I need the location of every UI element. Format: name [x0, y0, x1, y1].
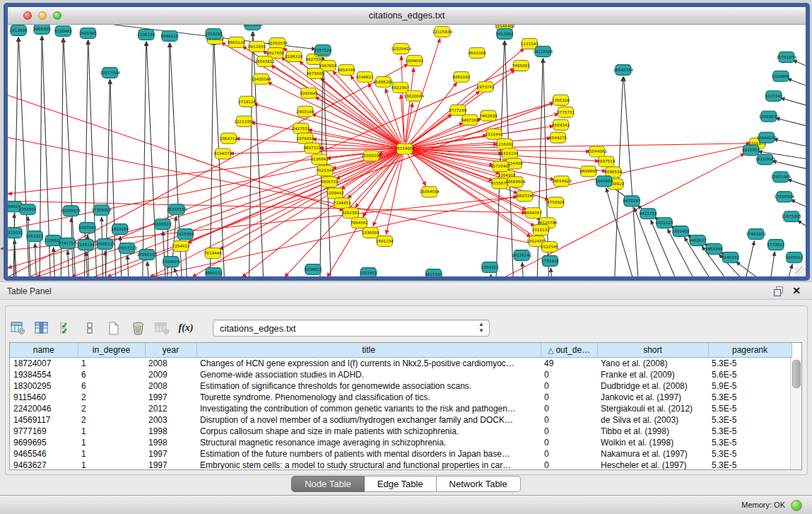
network-node[interactable]: 1840954: [595, 176, 613, 187]
network-window[interactable]: citations_edges.txt 18724007916382288601…: [4, 3, 810, 281]
citation-edge-black[interactable]: [551, 268, 551, 277]
table-cell[interactable]: 0: [541, 392, 597, 403]
network-node[interactable]: 1053287: [205, 28, 223, 39]
table-cell[interactable]: 0: [541, 403, 597, 414]
network-node[interactable]: 8549275: [549, 132, 567, 143]
network-node[interactable]: 6479197: [623, 196, 640, 206]
node-table[interactable]: namein_degreeyeartitle△out_de…shortpager…: [9, 342, 802, 470]
network-node[interactable]: 1785308: [552, 95, 570, 105]
network-node[interactable]: 1818950: [177, 229, 194, 240]
table-cell[interactable]: 2: [78, 403, 145, 414]
network-node[interactable]: 16210643: [755, 154, 775, 165]
citation-edge-black[interactable]: [174, 268, 178, 277]
citation-edge-black[interactable]: [490, 274, 491, 277]
table-row[interactable]: 1456911722003Disruption of a novel membe…: [10, 414, 792, 426]
table-cell[interactable]: 0: [541, 426, 597, 437]
network-node[interactable]: 8860128: [228, 37, 245, 47]
table-cell[interactable]: Franke et al. (2009): [597, 369, 708, 380]
column-header[interactable]: in_degree: [78, 343, 145, 358]
network-node[interactable]: 9421733: [640, 209, 657, 219]
table-cell[interactable]: 9465546: [10, 448, 78, 460]
network-node[interactable]: 17957223: [117, 243, 137, 254]
table-cell[interactable]: 1: [78, 448, 145, 460]
collapse-west-panel-arrow-icon[interactable]: ◂: [0, 245, 4, 252]
table-row[interactable]: 946554611997Estimation of the future num…: [10, 448, 792, 460]
network-node[interactable]: 1364321: [481, 262, 499, 273]
network-node[interactable]: 2316441: [486, 129, 503, 139]
network-node[interactable]: 12444159: [756, 132, 777, 143]
citation-edge-red[interactable]: [315, 97, 399, 146]
table-cell[interactable]: 2009: [145, 369, 196, 380]
table-cell[interactable]: 18724007: [10, 358, 78, 370]
table-cell[interactable]: 2: [78, 392, 145, 403]
table-cell[interactable]: 5.3E-5: [708, 414, 792, 426]
citation-edge-red[interactable]: [401, 56, 404, 143]
network-node[interactable]: 8997519: [597, 156, 615, 167]
network-node[interactable]: 9756928: [547, 197, 565, 208]
table-cell[interactable]: 5.3E-5: [708, 460, 792, 470]
table-scrollbar[interactable]: [790, 358, 801, 469]
citation-edge-black[interactable]: [780, 98, 806, 105]
network-node[interactable]: 1064712: [220, 133, 237, 144]
citation-edge-black[interactable]: [143, 42, 146, 277]
network-node[interactable]: 9497568: [461, 115, 478, 125]
table-cell[interactable]: Structural magnetic resonance image aver…: [196, 437, 541, 448]
table-row[interactable]: 1830029562008Estimation of significance …: [10, 380, 792, 392]
citation-edge-black[interactable]: [249, 32, 253, 277]
citation-edge-red[interactable]: [150, 145, 751, 277]
select-all-icon[interactable]: [57, 320, 74, 337]
network-node[interactable]: 1145194: [77, 240, 95, 250]
table-cell[interactable]: 2003: [145, 414, 196, 426]
network-node[interactable]: 9463627: [689, 235, 707, 246]
table-cell[interactable]: 5.3E-5: [708, 392, 792, 403]
network-node[interactable]: 9641308: [468, 47, 486, 58]
table-row[interactable]: 977716911998Corpus callosum shape and si…: [10, 426, 792, 437]
network-node[interactable]: 16053809: [242, 25, 263, 30]
network-node[interactable]: 10688609: [505, 177, 526, 187]
table-cell[interactable]: Hescheler et al. (1997): [597, 460, 708, 470]
table-cell[interactable]: 2008: [145, 358, 196, 370]
citation-edge-black[interactable]: [791, 200, 806, 207]
network-node[interactable]: 19384554: [419, 187, 440, 197]
network-node[interactable]: 1079854: [296, 133, 314, 144]
network-node[interactable]: 9884067: [524, 208, 542, 218]
network-node[interactable]: 9194373: [214, 148, 232, 159]
network-canvas[interactable]: 1872400791638228860128891295522260538982…: [8, 25, 806, 277]
citation-edge-red[interactable]: [411, 123, 464, 146]
network-node[interactable]: 7462639: [480, 110, 498, 121]
table-cell[interactable]: Genome-wide association studies in ADHD.: [196, 369, 541, 380]
citation-edge-black[interactable]: [253, 32, 264, 277]
citation-edge-black[interactable]: [167, 43, 170, 277]
table-row[interactable]: 969969511998Structural magnetic resonanc…: [10, 437, 792, 448]
delete-column-icon[interactable]: [129, 320, 146, 337]
table-cell[interactable]: 2008: [145, 380, 196, 392]
network-node[interactable]: 1009442: [326, 188, 344, 199]
network-node[interactable]: 9775731: [557, 107, 575, 117]
network-node[interactable]: 23420046: [251, 74, 271, 84]
network-node[interactable]: 7357224: [314, 45, 331, 55]
network-node[interactable]: 8215953: [742, 145, 760, 156]
network-node[interactable]: 2056801: [19, 204, 37, 215]
network-node[interactable]: 8854749: [338, 64, 355, 75]
table-cell[interactable]: 2: [78, 414, 145, 426]
network-node[interactable]: 9315031: [8, 228, 23, 238]
table-cell[interactable]: 0: [541, 414, 597, 426]
network-node[interactable]: 7485083: [512, 60, 530, 71]
network-node[interactable]: 7194451: [334, 198, 351, 209]
table-cell[interactable]: 22420046: [10, 403, 78, 414]
scrollbar-thumb[interactable]: [792, 360, 801, 388]
network-node[interactable]: 18807249: [514, 191, 535, 201]
citation-edge-black[interactable]: [146, 42, 157, 277]
network-node[interactable]: 9227343: [765, 90, 782, 101]
table-cell[interactable]: 5.5E-5: [708, 403, 792, 414]
network-node[interactable]: 9868113: [205, 268, 223, 277]
table-cell[interactable]: Jankovic et al. (1997): [597, 392, 708, 403]
network-node[interactable]: 1216091: [496, 139, 514, 149]
table-row[interactable]: 911546021997Tourette syndrome. Phenomeno…: [10, 392, 792, 403]
table-row[interactable]: 1938455462009Genome-wide association stu…: [10, 369, 792, 380]
citation-edge-red[interactable]: [319, 148, 398, 149]
network-node[interactable]: 9465546: [705, 244, 723, 255]
table-cell[interactable]: 1997: [145, 448, 196, 460]
table-cell[interactable]: 0: [541, 380, 597, 392]
network-node[interactable]: 7254421: [172, 241, 190, 252]
